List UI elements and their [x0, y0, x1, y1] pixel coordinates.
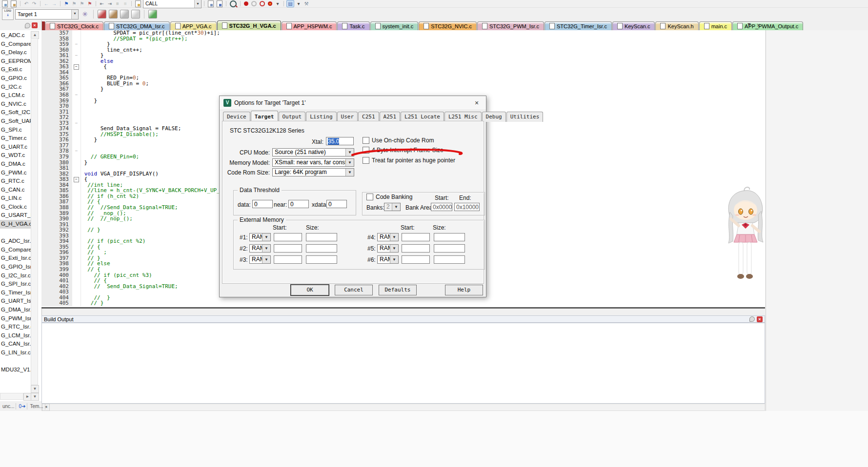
build-output-pin-icon[interactable] — [749, 316, 755, 322]
file-tab-STC32G_Clock.c[interactable]: STC32G_Clock.c — [45, 21, 103, 30]
close-panel-icon[interactable]: × — [32, 22, 38, 28]
file-tab-main.c[interactable]: main.c — [699, 21, 732, 30]
sidebar-hscrollbar[interactable] — [0, 393, 23, 400]
select-cpumode[interactable]: Source (251 native)▼ — [272, 148, 354, 156]
sidebar-item-G_UART_Isr.c[interactable]: G_UART_Isr.c — [0, 297, 31, 306]
file-tab-KeyScan.c[interactable]: KeyScan.c — [612, 21, 655, 30]
select-coderomsize-arrow-icon[interactable]: ▼ — [345, 169, 354, 176]
dialog-tab-Debug[interactable]: Debug — [482, 112, 506, 122]
sidebar-item-G_Delay.c[interactable]: G_Delay.c — [0, 48, 31, 57]
sidebar-item-G_H_VGA.c[interactable]: G_H_VGA.c — [0, 220, 31, 229]
dialog-tab-L251 Locate[interactable]: L251 Locate — [401, 112, 444, 122]
dialog-tab-L251 Misc[interactable]: L251 Misc — [444, 112, 482, 122]
sidebar-item-G_Timer_Isr.c[interactable]: G_Timer_Isr.c — [0, 289, 31, 297]
outdent-icon[interactable]: ⇤ — [99, 0, 105, 7]
dialog-tab-A251[interactable]: A251 — [380, 112, 401, 122]
sidebar-item-G_WDT.c[interactable]: G_WDT.c — [0, 151, 31, 160]
build-target-icon[interactable] — [109, 10, 118, 19]
banks-select[interactable]: 2▼ — [384, 203, 401, 211]
sidebar-item-G_SPI.c[interactable]: G_SPI.c — [0, 126, 31, 135]
doc-down-icon[interactable] — [217, 0, 222, 7]
sidebar-item-G_USART_LIN.c[interactable]: G_USART_LIN.c — [0, 211, 31, 220]
file-tab-STC32G_NVIC.c[interactable]: STC32G_NVIC.c — [419, 21, 477, 30]
flash-download-icon[interactable]: LOAD⇓ — [2, 8, 14, 20]
sidebar-item-G_Soft_UART.c[interactable]: G_Soft_UART.c — [0, 117, 31, 126]
sidebar-item-G_LCM.c[interactable]: G_LCM.c — [0, 91, 31, 100]
sidebar-corner-scroll-icon[interactable]: ▼ — [31, 393, 39, 401]
sidebar-item-G_LCM_Isr.c[interactable]: G_LCM_Isr.c — [0, 331, 31, 340]
insert-breakpoint-icon[interactable] — [244, 1, 248, 6]
sidebar-item-G_DMA_Isr.c[interactable]: G_DMA_Isr.c — [0, 306, 31, 314]
sidebar-item-G_GPIO_Isr.c[interactable]: G_GPIO_Isr.c — [0, 263, 31, 272]
sidebar-item-G_PWM_Isr.c[interactable]: G_PWM_Isr.c — [0, 314, 31, 323]
download-code-icon[interactable] — [148, 10, 157, 19]
window-list-icon[interactable]: ▤ — [286, 0, 294, 7]
bookmark-toggle-icon[interactable]: ⚑ — [63, 0, 70, 7]
undo-icon[interactable]: ↶ — [23, 0, 30, 7]
fold-collapse-icon[interactable]: − — [74, 177, 79, 182]
sidebar-item-G_ADC.c[interactable]: G_ADC.c — [0, 31, 31, 40]
bank-area-start-input[interactable]: 0x0000 — [431, 203, 452, 211]
sidebar-item-G_Compare.c[interactable]: G_Compare.c — [0, 40, 31, 49]
file-tab-APP_VGA.c[interactable]: APP_VGA.c — [170, 21, 217, 30]
dialog-tab-Listing[interactable]: Listing — [306, 112, 336, 122]
extmem-size-input[interactable] — [434, 255, 465, 264]
bookmark-prev-icon[interactable]: ⚑ — [71, 0, 78, 7]
file-tab-APP_PWMA_Output.c[interactable]: APP_PWMA_Output.c — [732, 21, 803, 30]
sidebar-item-G_EEPROM.c[interactable]: G_EEPROM.c — [0, 57, 31, 66]
sidebar-item-MDU32_V1.1.[interactable]: MDU32_V1.1. — [0, 366, 31, 374]
sidebar-bottom-tab-unc...[interactable]: unc... — [1, 403, 16, 409]
translate-file-icon[interactable] — [98, 10, 106, 19]
sidebar-item-G_CAN.c[interactable]: G_CAN.c — [0, 186, 31, 195]
file-tab-STC32G_PWM_Isr.c[interactable]: STC32G_PWM_Isr.c — [477, 21, 544, 30]
editor-splitter[interactable] — [41, 307, 765, 309]
extmem-start-input[interactable] — [402, 255, 430, 264]
find-in-files-icon[interactable] — [230, 0, 237, 7]
batch-build-icon[interactable] — [131, 10, 140, 19]
dialog-tab-Device[interactable]: Device — [223, 112, 250, 122]
threshold-input-data[interactable]: 0 — [252, 200, 273, 208]
sidebar-vscrollbar[interactable] — [31, 38, 38, 385]
sidebar-item-G_SPI_Isr.c[interactable]: G_SPI_Isr.c — [0, 280, 31, 289]
dialog-tab-Utilities[interactable]: Utilities — [506, 112, 544, 122]
file-tab-APP_HSPWM.c[interactable]: APP_HSPWM.c — [282, 21, 337, 30]
bookmark-clear-icon[interactable]: ⚑ — [86, 0, 93, 7]
checkbox-4-byte-interrupt-frame-size[interactable]: 4 Byte Interrupt Frame Size — [363, 147, 444, 154]
file-tab-STC32G_H_VGA.c[interactable]: STC32G_H_VGA.c — [217, 20, 281, 30]
build-output-hscrollbar[interactable]: ◄ — [41, 404, 765, 411]
sidebar-item-G_PWM.c[interactable]: G_PWM.c — [0, 169, 31, 177]
checkbox-use-on-chip-code-rom[interactable]: Use On-chip Code Rom — [363, 137, 434, 144]
target-combobox[interactable]: Target 1▼ — [15, 9, 79, 19]
extmem-type-select-6[interactable]: RAM▼ — [377, 255, 399, 264]
copy-icon[interactable] — [2, 0, 8, 7]
cancel-button[interactable]: Cancel — [335, 285, 373, 295]
extmem-start-input[interactable] — [274, 244, 302, 253]
redo-icon[interactable]: ↷ — [31, 0, 38, 7]
paste-icon[interactable] — [11, 0, 17, 7]
sidebar-item-G_I2C.c[interactable]: G_I2C.c — [0, 83, 31, 92]
sidebar-item-G_Exti_Isr.c[interactable]: G_Exti_Isr.c — [0, 254, 31, 263]
extmem-type-select-2[interactable]: RAM▼ — [249, 244, 271, 253]
threshold-input-near[interactable]: 0 — [288, 200, 309, 208]
bookmark-next-icon[interactable]: ⚑ — [79, 0, 85, 7]
build-output-close-icon[interactable]: × — [757, 316, 763, 322]
call-combobox[interactable]: CALL▼ — [143, 0, 202, 8]
sidebar-item-G_Compare_Isr.c[interactable]: G_Compare_Isr.c — [0, 246, 31, 254]
extmem-start-input[interactable] — [402, 233, 430, 241]
build-output-content[interactable] — [41, 323, 765, 404]
pin-icon[interactable] — [25, 23, 30, 28]
target-options-icon[interactable]: ✳ — [80, 9, 90, 19]
extmem-size-input[interactable] — [434, 233, 465, 241]
comment-icon[interactable]: ≡ — [114, 0, 121, 7]
file-tab-STC32G_DMA_Isr.c[interactable]: STC32G_DMA_Isr.c — [104, 21, 170, 30]
fold-collapse-icon[interactable]: − — [74, 64, 79, 70]
sidebar-item-G_GPIO.c[interactable]: G_GPIO.c — [0, 74, 31, 83]
sidebar-bottom-tab-Tem...[interactable]: Tem... — [28, 403, 45, 409]
sidebar-item-G_LIN_Isr.c[interactable]: G_LIN_Isr.c — [0, 349, 31, 357]
extmem-type-select-5[interactable]: RAM▼ — [377, 244, 399, 253]
call-combobox-dropdown-icon[interactable]: ▼ — [194, 0, 201, 8]
sidebar-item-G_ADC_Isr.c[interactable]: G_ADC_Isr.c — [0, 237, 31, 246]
extmem-size-input[interactable] — [306, 255, 337, 264]
call-stack-folder-icon[interactable] — [135, 0, 141, 7]
extmem-type-select-1[interactable]: RAM▼ — [249, 233, 271, 241]
